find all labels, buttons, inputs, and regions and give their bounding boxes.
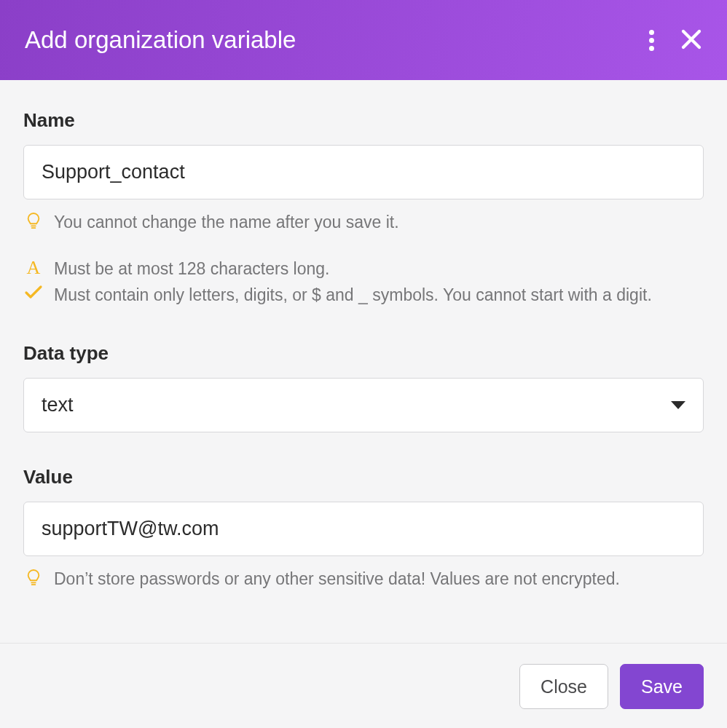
save-button[interactable]: Save <box>620 664 704 709</box>
modal-header: Add organization variable <box>0 0 727 80</box>
data-type-label: Data type <box>23 342 704 365</box>
vertical-dots-icon <box>649 30 654 51</box>
more-options-button[interactable] <box>645 25 659 55</box>
lightbulb-icon <box>23 566 44 587</box>
name-field-group: Name You cannot change the name after yo… <box>23 109 704 309</box>
name-hint-tip: You cannot change the name after you sav… <box>23 210 704 236</box>
caret-down-icon <box>671 401 685 409</box>
value-field-group: Value Don’t store passwords or any other… <box>23 466 704 593</box>
name-label: Name <box>23 109 704 132</box>
name-input[interactable] <box>23 145 704 199</box>
modal-title: Add organization variable <box>25 26 645 54</box>
lightbulb-icon <box>23 210 44 231</box>
add-variable-modal: Add organization variable Name <box>0 0 727 728</box>
value-hint-tip: Don’t store passwords or any other sensi… <box>23 566 704 593</box>
check-icon <box>23 282 44 300</box>
close-footer-button[interactable]: Close <box>519 664 608 709</box>
close-button[interactable] <box>676 24 707 57</box>
modal-footer: Close Save <box>0 643 727 728</box>
header-actions <box>645 24 707 57</box>
name-rule-length: A Must be at most 128 characters long. <box>23 256 704 282</box>
modal-body: Name You cannot change the name after yo… <box>0 80 727 643</box>
letter-a-icon: A <box>23 256 44 277</box>
data-type-field-group: Data type text <box>23 342 704 432</box>
data-type-value: text <box>42 394 74 416</box>
name-rule-length-text: Must be at most 128 characters long. <box>54 256 329 282</box>
name-rule-chars: Must contain only letters, digits, or $ … <box>23 282 704 309</box>
name-hint-text: You cannot change the name after you sav… <box>54 210 399 236</box>
value-input[interactable] <box>23 502 704 556</box>
value-label: Value <box>23 466 704 488</box>
value-hint-text: Don’t store passwords or any other sensi… <box>54 566 620 593</box>
name-rules: A Must be at most 128 characters long. M… <box>23 256 704 309</box>
name-rule-chars-text: Must contain only letters, digits, or $ … <box>54 285 652 304</box>
data-type-select[interactable]: text <box>23 378 704 432</box>
close-icon <box>680 28 702 52</box>
